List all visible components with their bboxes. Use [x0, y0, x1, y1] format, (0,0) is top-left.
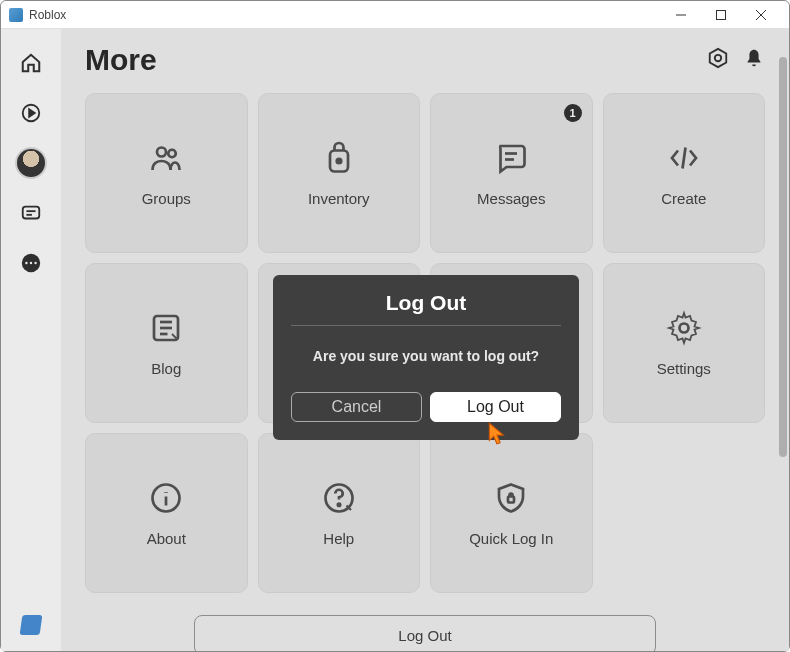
- tile-help[interactable]: Help: [258, 433, 421, 593]
- svg-marker-5: [29, 109, 35, 116]
- notifications-icon[interactable]: [743, 47, 765, 73]
- tile-empty: [603, 433, 766, 593]
- nav-discover[interactable]: [15, 97, 47, 129]
- tile-label: Groups: [142, 190, 191, 207]
- help-icon: [321, 480, 357, 516]
- roblox-logo-icon: [20, 615, 43, 635]
- svg-point-10: [25, 262, 27, 264]
- svg-marker-13: [710, 49, 727, 67]
- nav-avatar[interactable]: [15, 147, 47, 179]
- logout-modal: Log Out Are you sure you want to log out…: [273, 275, 579, 440]
- settings-icon: [666, 310, 702, 346]
- tile-label: Create: [661, 190, 706, 207]
- window-title: Roblox: [29, 8, 661, 22]
- create-icon: [666, 140, 702, 176]
- tile-label: Settings: [657, 360, 711, 377]
- svg-point-16: [169, 149, 177, 157]
- app-window: Roblox: [0, 0, 790, 652]
- tile-label: Quick Log In: [469, 530, 553, 547]
- close-button[interactable]: [741, 3, 781, 27]
- nav-chat[interactable]: [15, 197, 47, 229]
- svg-rect-6: [23, 207, 40, 219]
- page-title: More: [85, 43, 707, 77]
- badge: 1: [564, 104, 582, 122]
- minimize-button[interactable]: [661, 3, 701, 27]
- page-header: More: [85, 43, 765, 77]
- svg-point-12: [34, 262, 36, 264]
- tile-blog[interactable]: Blog: [85, 263, 248, 423]
- scrollbar[interactable]: [779, 57, 787, 457]
- window-controls: [661, 3, 781, 27]
- modal-message: Are you sure you want to log out?: [291, 348, 561, 364]
- tile-groups[interactable]: Groups: [85, 93, 248, 253]
- svg-rect-1: [717, 10, 726, 19]
- cancel-button[interactable]: Cancel: [291, 392, 422, 422]
- modal-title: Log Out: [291, 291, 561, 315]
- tile-label: Blog: [151, 360, 181, 377]
- svg-point-18: [337, 158, 342, 163]
- inventory-icon: [321, 140, 357, 176]
- svg-point-26: [679, 323, 688, 332]
- svg-point-14: [715, 55, 721, 61]
- robux-icon[interactable]: [707, 47, 729, 73]
- maximize-button[interactable]: [701, 3, 741, 27]
- logout-button[interactable]: Log Out: [194, 615, 656, 651]
- messages-icon: [493, 140, 529, 176]
- nav-home[interactable]: [15, 47, 47, 79]
- titlebar: Roblox: [1, 1, 789, 29]
- svg-point-31: [338, 503, 340, 505]
- tile-about[interactable]: About: [85, 433, 248, 593]
- tile-label: Messages: [477, 190, 545, 207]
- shield-lock-icon: [493, 480, 529, 516]
- tile-create[interactable]: Create: [603, 93, 766, 253]
- tile-label: Help: [323, 530, 354, 547]
- svg-rect-32: [508, 496, 514, 502]
- nav-more[interactable]: [15, 247, 47, 279]
- confirm-logout-button[interactable]: Log Out: [430, 392, 561, 422]
- blog-icon: [148, 310, 184, 346]
- sidebar: [1, 29, 61, 651]
- app-icon: [9, 8, 23, 22]
- tile-messages[interactable]: 1 Messages: [430, 93, 593, 253]
- svg-line-21: [682, 147, 685, 168]
- svg-point-11: [30, 262, 32, 264]
- tile-label: About: [147, 530, 186, 547]
- svg-point-15: [157, 147, 166, 156]
- tile-settings[interactable]: Settings: [603, 263, 766, 423]
- tile-quick-login[interactable]: Quick Log In: [430, 433, 593, 593]
- modal-buttons: Cancel Log Out: [291, 392, 561, 422]
- tile-label: Inventory: [308, 190, 370, 207]
- groups-icon: [148, 140, 184, 176]
- divider: [291, 325, 561, 326]
- tile-inventory[interactable]: Inventory: [258, 93, 421, 253]
- info-icon: [148, 480, 184, 516]
